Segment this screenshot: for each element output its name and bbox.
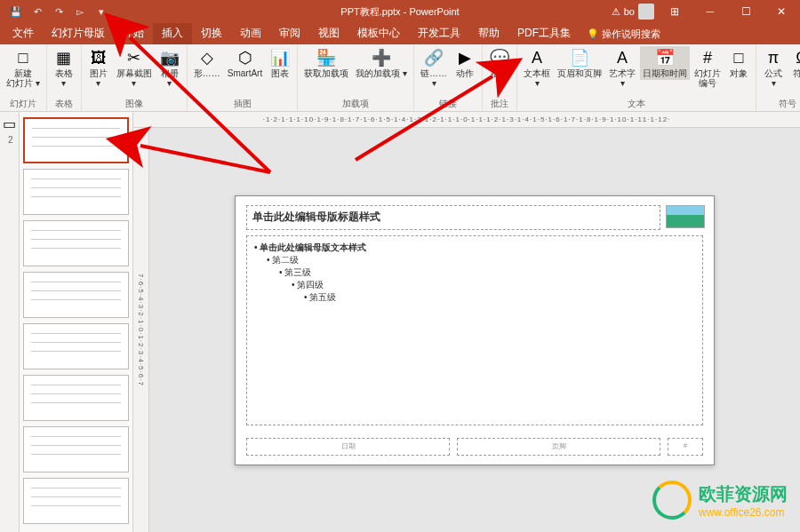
tab-help[interactable]: 帮助	[469, 22, 508, 44]
autosave-icon[interactable]: 💾	[9, 4, 23, 19]
minimize-button[interactable]: ─	[695, 0, 725, 23]
ribbon-group-label: 文本	[521, 97, 752, 110]
ribbon-button[interactable]: π公式▾	[760, 46, 787, 90]
tab-slide-master[interactable]: 幻灯片母版	[43, 22, 114, 44]
tab-review[interactable]: 审阅	[270, 22, 309, 44]
ribbon-button[interactable]: ⬡SmartArt	[225, 46, 265, 80]
tell-me-search[interactable]: 💡 操作说明搜索	[580, 24, 668, 44]
body-level-0: • 单击此处编辑母版文本样式	[254, 242, 695, 254]
ribbon-button[interactable]: ✂屏幕截图▾	[114, 46, 155, 90]
ribbon-options-icon[interactable]: ⊞	[660, 0, 690, 23]
ribbon-button[interactable]: 📊图表	[267, 46, 293, 80]
slide-number-first: 2	[4, 133, 16, 145]
ribbon-button[interactable]: ▦表格▾	[51, 46, 77, 90]
start-from-beginning-icon[interactable]: ▻	[73, 4, 87, 19]
thumbnail-wrap	[23, 323, 129, 369]
ribbon-button[interactable]: 💬批注	[486, 46, 513, 80]
ruler-v-ticks: 7·6·5·4·3·2·1·0·1·2·3·4·5·6·7	[137, 274, 145, 386]
ribbon-button[interactable]: A艺术字▾	[606, 46, 638, 90]
thumbnail-wrap	[23, 426, 129, 472]
slide-master-canvas[interactable]: 单击此处编辑母版标题样式 • 单击此处编辑母版文本样式 • 第二级 • 第三级 …	[235, 195, 715, 465]
ribbon-group-label: 批注	[486, 97, 513, 110]
title-placeholder[interactable]: 单击此处编辑母版标题样式	[246, 205, 660, 230]
body-placeholder[interactable]: • 单击此处编辑母版文本样式 • 第二级 • 第三级 • 第四级 • 第五级	[246, 235, 703, 425]
ribbon-button[interactable]: 📅日期和时间	[640, 46, 690, 80]
watermark: 欧菲资源网 www.office26.com	[652, 480, 788, 520]
outline-pane-tabs: ▭ 2	[0, 112, 20, 532]
slide-number-placeholder[interactable]: #	[668, 438, 703, 456]
ribbon-button[interactable]: Ω符号	[788, 46, 800, 80]
ribbon-button-label: 符号	[793, 68, 800, 78]
ribbon-button-icon: ➕	[372, 48, 391, 67]
ribbon-button-label: 相册▾	[161, 68, 179, 88]
tab-developer[interactable]: 开发工具	[409, 22, 469, 44]
tab-pdf-tools[interactable]: PDF工具集	[508, 22, 580, 44]
ribbon-button-icon: 📅	[655, 48, 675, 67]
ribbon-button[interactable]: 🖼图片▾	[85, 46, 112, 90]
tab-view[interactable]: 视图	[309, 22, 348, 44]
undo-icon[interactable]: ↶	[30, 4, 44, 19]
ribbon-group: 💬批注批注	[483, 44, 517, 111]
picture-placeholder[interactable]	[666, 205, 705, 228]
user-area[interactable]: ⚠ bo	[612, 4, 654, 20]
tab-insert[interactable]: 插入	[153, 22, 192, 44]
ribbon-button[interactable]: □新建幻灯片 ▾	[4, 46, 43, 90]
ribbon-button[interactable]: 📄页眉和页脚	[555, 46, 604, 80]
ribbon-button[interactable]: 🔗链……▾	[418, 46, 450, 90]
close-button[interactable]: ✕	[766, 0, 796, 23]
ribbon-group-label: 符号	[760, 97, 800, 110]
footer-placeholder[interactable]: 页脚	[457, 438, 660, 456]
ribbon-button-label: 形……	[194, 68, 220, 78]
tab-animations[interactable]: 动画	[231, 22, 270, 44]
watermark-url: www.office26.com	[699, 506, 788, 519]
ribbon-button[interactable]: A文本框▾	[521, 46, 553, 90]
avatar[interactable]	[638, 4, 654, 20]
slide-thumbnail[interactable]	[23, 323, 129, 369]
ribbon-button[interactable]: ◇形……	[191, 46, 223, 80]
tab-file[interactable]: 文件	[4, 22, 43, 44]
slide-thumbnail[interactable]	[23, 375, 129, 421]
ribbon-button-label: 屏幕截图▾	[116, 68, 152, 88]
qat-more-icon[interactable]: ▾	[94, 4, 108, 19]
ribbon-button-icon: ✂	[124, 48, 144, 67]
redo-icon[interactable]: ↷	[52, 4, 66, 19]
window-controls: ⚠ bo ⊞ ─ ☐ ✕	[612, 0, 800, 23]
ribbon-button-icon: 🖼	[89, 48, 108, 67]
canvas-area[interactable]: 单击此处编辑母版标题样式 • 单击此处编辑母版文本样式 • 第二级 • 第三级 …	[149, 128, 800, 532]
slide-thumbnail[interactable]	[23, 220, 129, 266]
ribbon-button[interactable]: □对象	[725, 46, 752, 80]
maximize-button[interactable]: ☐	[731, 0, 761, 23]
slide-thumbnail[interactable]	[23, 117, 129, 163]
ribbon-group-label: 链接	[418, 97, 478, 110]
ribbon-button[interactable]: ➕我的加载项 ▾	[353, 46, 410, 80]
editor-body: 7·6·5·4·3·2·1·0·1·2·3·4·5·6·7 单击此处编辑母版标题…	[133, 128, 800, 532]
thumbnails-tab-icon[interactable]: ▭	[3, 115, 17, 130]
ribbon-button[interactable]: ▶动作	[452, 46, 478, 80]
ribbon-button[interactable]: 📷相册▾	[156, 46, 183, 90]
ribbon-button-icon: ▦	[54, 48, 74, 67]
tab-template-center[interactable]: 模板中心	[348, 22, 409, 44]
tab-transitions[interactable]: 切换	[192, 22, 231, 44]
ribbon: □新建幻灯片 ▾幻灯片▦表格▾表格🖼图片▾✂屏幕截图▾📷相册▾图像◇形……⬡Sm…	[0, 44, 800, 112]
ribbon-button-label: 艺术字▾	[609, 68, 636, 88]
ribbon-button-icon: Ω	[792, 48, 800, 67]
window-title: PPT教程.pptx - PowerPoint	[340, 5, 459, 19]
ribbon-button[interactable]: 🏪获取加载项	[301, 46, 351, 80]
ribbon-button-icon: 🔗	[424, 48, 444, 67]
slide-thumbnails-panel[interactable]	[20, 112, 133, 532]
slide-thumbnail[interactable]	[23, 478, 129, 524]
ribbon-button-label: 文本框▾	[524, 68, 550, 88]
ribbon-button-label: 日期和时间	[643, 68, 687, 78]
ribbon-button[interactable]: #幻灯片编号	[692, 46, 724, 90]
ribbon-group: ▦表格▾表格	[47, 44, 82, 111]
ribbon-button-label: 幻灯片编号	[694, 68, 721, 88]
slide-thumbnail[interactable]	[23, 169, 129, 215]
thumbnail-wrap	[23, 117, 129, 163]
date-placeholder[interactable]: 日期	[246, 438, 450, 456]
thumbnail-wrap	[23, 169, 129, 215]
slide-thumbnail[interactable]	[23, 272, 129, 318]
ribbon-group: A文本框▾📄页眉和页脚A艺术字▾📅日期和时间#幻灯片编号□对象文本	[517, 44, 756, 111]
tab-home[interactable]: 开始	[114, 22, 153, 44]
ribbon-button-label: 动作	[456, 68, 474, 78]
slide-thumbnail[interactable]	[23, 426, 129, 472]
